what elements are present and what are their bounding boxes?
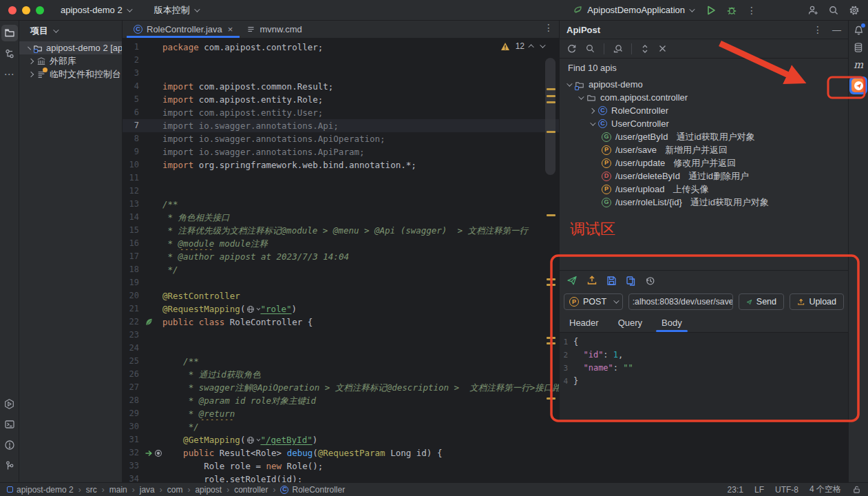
send-button[interactable]: Send [739,293,784,310]
project-tool-icon[interactable] [1,25,18,41]
run-configuration-selector[interactable]: ApipostDemoApplication [570,3,696,18]
more-tools-icon[interactable]: ⋯ [1,66,18,83]
project-panel-header[interactable]: 项目 [19,21,122,41]
close-window-button[interactable] [8,6,17,14]
body-line[interactable]: 4} [560,375,848,388]
collapse-all-icon[interactable] [658,44,667,53]
api-endpoint-item[interactable]: P/user/upload上传头像 [560,183,848,196]
web-endpoint-icon[interactable] [246,305,259,313]
code-line[interactable]: 6import com.apipost.entity.User; [123,106,559,119]
code-line[interactable]: 7import io.swagger.annotations.Api; [123,119,559,132]
save-icon[interactable] [606,276,617,286]
breadcrumb-item[interactable]: com [167,485,183,495]
code-line[interactable]: 8import io.swagger.annotations.ApiOperat… [123,132,559,145]
code-line[interactable]: 22public class RoleController { [123,316,559,329]
chevron-down-icon[interactable] [578,94,584,99]
code-line[interactable]: 23 [123,329,559,342]
code-line[interactable]: 10import org.springframework.web.bind.an… [123,158,559,172]
project-tree-item[interactable]: 临时文件和控制台 [19,68,122,81]
line-separator[interactable]: LF [754,485,764,495]
settings-gear-icon[interactable] [849,5,860,16]
maven-tool-icon[interactable]: m [854,59,863,71]
project-tree-item[interactable]: 外部库 [19,54,122,68]
terminal-tool-icon[interactable] [1,416,18,433]
code-line[interactable]: 25 /** [123,355,559,368]
body-line[interactable]: 3 "name": "" [560,362,848,375]
run-tool-icon[interactable] [1,395,18,412]
code-line[interactable]: 17 * @author apipost at 2023/7/3 14:04 [123,250,559,263]
editor-tab[interactable]: mvnw.cmd [240,21,308,38]
vcs-widget[interactable]: 版本控制 [147,3,205,18]
history-icon[interactable] [645,276,655,286]
apipost-plugin-icon[interactable] [849,76,867,94]
api-endpoint-item[interactable]: P/user/update修改用户并返回 [560,156,848,169]
web-endpoint-icon[interactable] [246,436,259,444]
body-line[interactable]: 2 "id": 1, [560,349,848,362]
api-search-field[interactable]: Find 10 apis [560,59,848,76]
api-endpoint-item[interactable]: G/user/roleList/{id}通过id获取用户对象 [560,196,848,209]
warning-stripe-mark[interactable] [547,342,555,344]
api-endpoint-item[interactable]: P/user/save新增用户并返回 [560,143,848,156]
api-endpoint-item[interactable]: D/user/deleteById通过id删除用户 [560,169,848,183]
breadcrumb-item[interactable]: src [86,485,97,495]
code-line[interactable]: 11 [123,172,559,185]
chevron-right-icon[interactable] [28,46,31,50]
warning-stripe-mark[interactable] [547,88,555,90]
api-tree-node[interactable]: apipost-demo [560,78,848,91]
code-line[interactable]: 2 [123,54,559,67]
expand-all-icon[interactable] [640,44,650,54]
code-line[interactable]: 24 [123,342,559,355]
url-input[interactable]: :alhost:8083/dev/user/save [628,293,733,310]
version-control-tool-icon[interactable] [1,457,18,474]
code-line[interactable]: 3 [123,67,559,80]
code-line[interactable]: 34 role.setRoleId(id); [123,473,559,482]
code-line[interactable]: 16 * @module module注释 [123,237,559,250]
debug-target-gutter-icon[interactable] [154,449,162,457]
request-tab-query[interactable]: Query [618,313,642,332]
readonly-lock-icon[interactable] [852,485,861,494]
warning-stripe-mark[interactable] [547,278,555,280]
debug-button[interactable] [726,5,737,16]
warning-stripe-mark[interactable] [547,95,555,97]
docs-icon[interactable] [626,276,636,286]
code-line[interactable]: 33 Role role = new Role(); [123,459,559,473]
inspection-widget[interactable]: 12 [500,41,544,51]
search-icon[interactable] [585,43,595,54]
code-line[interactable]: 32 public Result<Role> debug(@RequestPar… [123,446,559,459]
code-line[interactable]: 14 * 角色相关接口 [123,211,559,224]
code-line[interactable]: 19 [123,276,559,289]
code-line[interactable]: 21@RequestMapping("role") [123,302,559,316]
project-tree-item[interactable]: apipost-demo 2 [ap [19,41,122,54]
breadcrumb-item[interactable]: CRoleController [280,485,345,495]
api-tree-node[interactable]: CRoleController [560,104,848,117]
problems-tool-icon[interactable] [1,437,18,453]
chevron-right-icon[interactable] [28,58,34,63]
code-line[interactable]: 15 * 注释优先级为文档注释标记@module > @menu > @Api … [123,224,559,237]
warning-stripe-mark[interactable] [547,131,555,133]
structure-tool-icon[interactable] [1,45,18,62]
more-actions-button[interactable]: ⋮ [747,7,756,14]
previous-problem-icon[interactable] [528,44,533,50]
editor-tab[interactable]: CRoleController.java× [127,21,240,38]
warning-stripe-mark[interactable] [547,214,555,216]
code-line[interactable]: 27 * swagger注解@ApiOperation > 文档注释标记@des… [123,381,559,394]
upload-button[interactable]: Upload [790,293,844,310]
spring-bean-gutter-icon[interactable] [145,318,154,327]
chevron-down-icon[interactable] [590,120,595,125]
file-encoding[interactable]: UTF-8 [775,485,798,495]
search-everywhere-button[interactable] [828,5,839,16]
breadcrumb-item[interactable]: main [109,485,127,495]
breadcrumb-item[interactable]: controller [234,485,268,495]
close-tab-icon[interactable]: × [228,24,233,34]
api-tree-node[interactable]: com.apipost.controller [560,91,848,104]
code-line[interactable]: 12 [123,185,559,198]
tab-options-button[interactable]: ⋮ [544,24,553,31]
caret-position[interactable]: 23:1 [728,485,743,495]
api-tree-node[interactable]: CUserController [560,117,848,130]
warning-stripe-mark[interactable] [547,101,555,103]
run-method-gutter-icon[interactable] [145,449,153,457]
warning-stripe-mark[interactable] [547,397,555,400]
database-tool-icon[interactable] [853,42,864,53]
code-line[interactable]: 31 @GetMapping("/getById") [123,433,559,446]
apipost-options-button[interactable]: ⋮ [813,26,823,33]
